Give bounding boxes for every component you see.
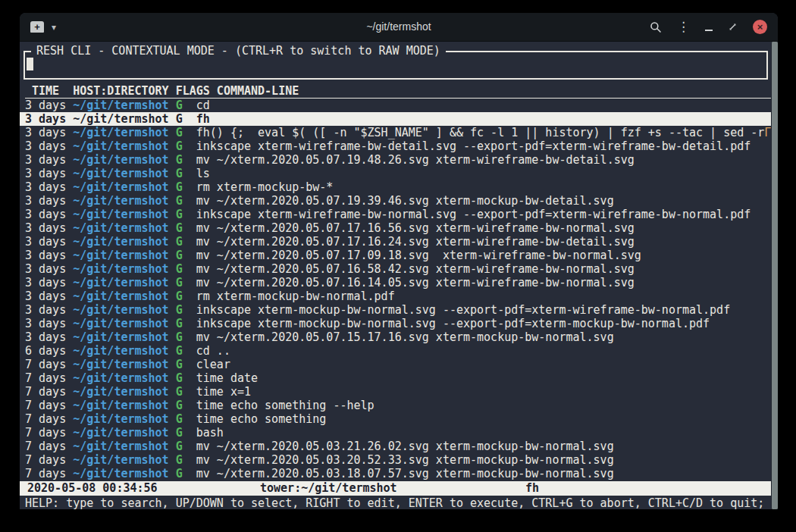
history-row[interactable]: 7 days ~/git/termshot G time date — [25, 371, 772, 385]
history-row[interactable]: 3 days ~/git/termshot G fh — [20, 112, 778, 126]
row-time: 3 days — [25, 208, 66, 221]
history-row[interactable]: 3 days ~/git/termshot G mv ~/xterm.2020.… — [25, 153, 772, 167]
row-directory: ~/git/termshot — [73, 208, 168, 221]
row-command: inkscape xterm-wireframe-bw-normal.svg -… — [196, 208, 751, 221]
row-command: ls — [196, 167, 210, 180]
row-time: 7 days — [25, 399, 66, 412]
row-time: 3 days — [25, 262, 66, 276]
row-flags: G — [176, 235, 183, 249]
row-flags: G — [176, 289, 183, 303]
row-directory: ~/git/termshot — [73, 371, 168, 385]
row-directory: ~/git/termshot — [73, 303, 168, 317]
new-tab-icon: + — [30, 21, 44, 33]
help-line: HELP: type to search, UP/DOWN to select,… — [25, 496, 772, 509]
scrollbar[interactable] — [771, 42, 778, 509]
row-flags: G — [176, 180, 183, 194]
row-command: time echo something --help — [196, 399, 374, 412]
minimize-icon — [705, 30, 713, 31]
search-button[interactable] — [650, 21, 662, 33]
search-box[interactable]: RESH CLI - CONTEXTUAL MODE - (CTRL+R to … — [24, 51, 768, 80]
menu-button[interactable]: ⋮ — [677, 20, 690, 33]
row-directory: ~/git/termshot — [73, 139, 168, 153]
row-flags: G — [176, 358, 183, 371]
row-flags: G — [176, 126, 183, 139]
history-row[interactable]: 7 days ~/git/termshot G clear — [25, 358, 772, 371]
history-row[interactable]: 7 days ~/git/termshot G time x=1 — [25, 385, 772, 399]
row-command: time echo something — [196, 412, 327, 426]
history-row[interactable]: 3 days ~/git/termshot G mv ~/xterm.2020.… — [25, 194, 772, 208]
history-row[interactable]: 3 days ~/git/termshot G mv ~/xterm.2020.… — [25, 221, 772, 235]
row-command: mv ~/xterm.2020.05.03.18.07.57.svg xterm… — [196, 467, 614, 480]
row-flags: G — [176, 344, 183, 358]
history-row[interactable]: 3 days ~/git/termshot G mv ~/xterm.2020.… — [25, 249, 772, 262]
row-directory: ~/git/termshot — [73, 426, 168, 440]
kebab-menu-icon: ⋮ — [677, 20, 690, 33]
row-flags: G — [176, 139, 183, 153]
row-flags: G — [176, 453, 183, 467]
row-time: 3 days — [25, 139, 66, 153]
row-directory: ~/git/termshot — [73, 453, 168, 467]
history-row[interactable]: 3 days ~/git/termshot G rm xterm-mockup-… — [25, 180, 772, 194]
titlebar: + ▾ ~/git/termshot ⋮ — [20, 13, 778, 42]
row-command: cd — [196, 99, 210, 112]
row-time: 7 days — [25, 467, 66, 480]
terminal-screen: RESH CLI - CONTEXTUAL MODE - (CTRL+R to … — [20, 42, 778, 509]
row-time: 7 days — [25, 426, 66, 440]
history-row[interactable]: 3 days ~/git/termshot G mv ~/xterm.2020.… — [25, 276, 772, 289]
history-row[interactable]: 3 days ~/git/termshot G inkscape xterm-w… — [25, 139, 772, 153]
history-row[interactable]: 3 days ~/git/termshot G mv ~/xterm.2020.… — [25, 262, 772, 276]
close-button[interactable]: × — [753, 20, 767, 34]
history-row[interactable]: 7 days ~/git/termshot G bash — [25, 426, 772, 440]
row-directory: ~/git/termshot — [73, 399, 168, 412]
row-time: 3 days — [25, 99, 66, 112]
row-command: cd .. — [196, 344, 230, 358]
minimize-button[interactable] — [705, 23, 713, 31]
row-command: inkscape xterm-wireframe-bw-detail.svg -… — [196, 139, 751, 153]
history-row[interactable]: 3 days ~/git/termshot G mv ~/xterm.2020.… — [25, 330, 772, 344]
history-row[interactable]: 3 days ~/git/termshot G rm xterm-mockup-… — [25, 289, 772, 303]
history-row[interactable]: 6 days ~/git/termshot G cd .. — [25, 344, 772, 358]
row-time: 3 days — [25, 126, 66, 139]
row-command: mv ~/xterm.2020.05.07.19.48.26.svg xterm… — [196, 153, 635, 167]
row-flags: G — [176, 167, 183, 180]
tab-dropdown-button[interactable]: ▾ — [52, 22, 56, 33]
row-directory: ~/git/termshot — [73, 412, 168, 426]
new-tab-button[interactable]: + — [30, 21, 44, 33]
row-directory: ~/git/termshot — [73, 112, 168, 126]
row-flags: G — [176, 371, 183, 385]
restore-button[interactable] — [728, 22, 738, 32]
history-row[interactable]: 3 days ~/git/termshot G ls — [25, 167, 772, 180]
history-row[interactable]: 7 days ~/git/termshot G mv ~/xterm.2020.… — [25, 467, 772, 480]
row-flags: G — [176, 426, 183, 440]
row-directory: ~/git/termshot — [73, 167, 168, 180]
row-flags: G — [176, 303, 183, 317]
row-flags: G — [176, 112, 183, 126]
text-cursor — [27, 58, 33, 70]
row-time: 6 days — [25, 344, 66, 358]
row-directory: ~/git/termshot — [73, 330, 168, 344]
row-directory: ~/git/termshot — [73, 99, 168, 112]
history-row[interactable]: 3 days ~/git/termshot G fh() {; eval $( … — [25, 126, 772, 139]
row-flags: G — [176, 440, 183, 453]
history-row[interactable]: 3 days ~/git/termshot G mv ~/xterm.2020.… — [25, 235, 772, 249]
history-row[interactable]: 3 days ~/git/termshot G inkscape xterm-w… — [25, 208, 772, 221]
history-row[interactable]: 7 days ~/git/termshot G mv ~/xterm.2020.… — [25, 440, 772, 453]
history-row[interactable]: 3 days ~/git/termshot G cd — [25, 99, 772, 112]
row-command: mv ~/xterm.2020.05.07.15.17.16.svg xterm… — [196, 330, 614, 344]
row-command: mv ~/xterm.2020.05.03.20.52.33.svg xterm… — [196, 453, 614, 467]
row-directory: ~/git/termshot — [73, 467, 168, 480]
history-list: 3 days ~/git/termshot G cd3 days ~/git/t… — [25, 99, 772, 480]
row-flags: G — [176, 194, 183, 208]
row-command: inkscape xterm-mockup-bw-normal.svg --ex… — [196, 317, 710, 330]
history-row[interactable]: 3 days ~/git/termshot G inkscape xterm-m… — [25, 303, 772, 317]
row-time: 7 days — [25, 440, 66, 453]
row-time: 3 days — [25, 303, 66, 317]
status-command: fh — [525, 481, 539, 496]
history-row[interactable]: 7 days ~/git/termshot G time echo someth… — [25, 412, 772, 426]
row-command: clear — [196, 358, 230, 371]
history-row[interactable]: 3 days ~/git/termshot G inkscape xterm-m… — [25, 317, 772, 330]
history-row[interactable]: 7 days ~/git/termshot G time echo someth… — [25, 399, 772, 412]
history-row[interactable]: 7 days ~/git/termshot G mv ~/xterm.2020.… — [25, 453, 772, 467]
row-time: 3 days — [25, 153, 66, 167]
row-directory: ~/git/termshot — [73, 289, 168, 303]
